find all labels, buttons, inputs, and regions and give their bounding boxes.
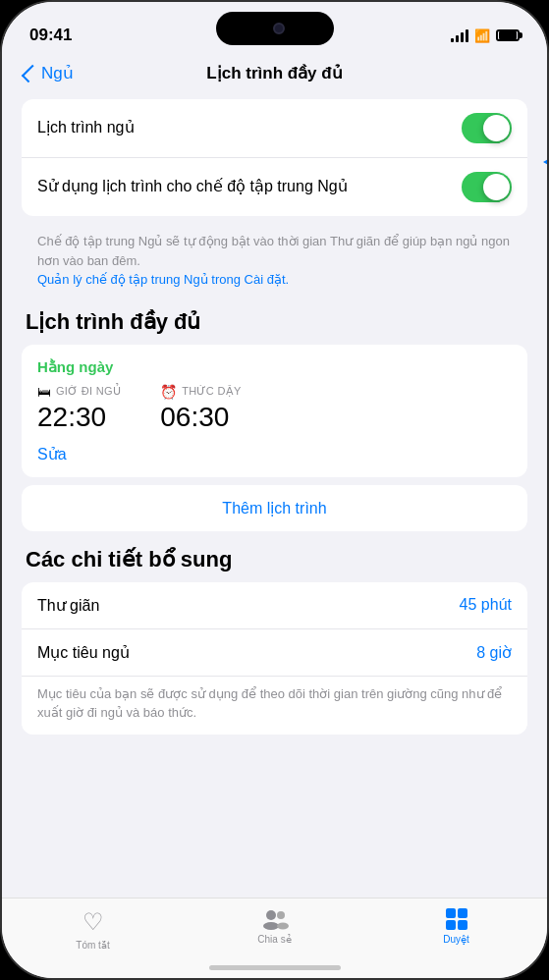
notch-camera [273,23,285,34]
battery-icon [496,29,520,41]
manage-focus-link[interactable]: Quản lý chế độ tập trung Ngủ trong Cài đ… [37,272,289,287]
schedule-times: 🛏 GIỜ ĐI NGỦ 22:30 ⏰ THỨC DẬY 06:30 [37,384,512,433]
additional-section: Thư giãn 45 phút Mục tiêu ngủ 8 giờ Mục … [22,582,527,735]
description-text: Chế độ tập trung Ngủ sẽ tự động bật vào … [22,224,527,294]
focus-mode-toggle[interactable] [462,172,512,202]
sleep-goal-row[interactable]: Mục tiêu ngủ 8 giờ [22,629,527,677]
wakeup-block: ⏰ THỨC DẬY 06:30 [160,384,241,433]
details-card: Thư giãn 45 phút Mục tiêu ngủ 8 giờ Mục … [22,582,527,735]
people-icon [261,908,289,930]
back-button[interactable]: Ngủ [22,63,74,83]
tab-browse[interactable]: Duyệt [365,908,547,945]
schedule-card: Hằng ngày 🛏 GIỜ ĐI NGỦ 22:30 ⏰ THỨC DẬY … [22,345,527,477]
tab-browse-label: Duyệt [443,934,469,945]
phone-frame: 09:41 📶 Ngủ Lịch trình đầy đủ [0,0,549,980]
wakeup-label: THỨC DẬY [182,385,241,398]
status-time: 09:41 [29,26,72,45]
wifi-icon: 📶 [474,28,490,43]
sleep-schedule-toggle[interactable] [462,113,512,143]
content-area: Lịch trình ngủ Sử dụng lịch trình cho ch… [2,87,547,885]
tab-summary[interactable]: ♡ Tóm tắt [2,908,184,951]
arrow-head-icon [543,154,549,170]
tab-sharing[interactable]: Chia sẻ [184,908,365,945]
back-label: Ngủ [41,63,74,83]
svg-point-2 [277,911,285,919]
tab-sharing-label: Chia sẻ [257,934,291,945]
nav-title: Lịch trình đầy đủ [206,63,342,83]
tab-summary-label: Tóm tắt [76,940,109,951]
signal-icon [451,28,468,42]
grid-icon [446,908,467,930]
arrow-indicator [543,154,549,170]
focus-mode-row: Sử dụng lịch trình cho chế độ tập trung … [22,158,527,216]
edit-link[interactable]: Sửa [37,445,512,463]
wind-down-value: 45 phút [460,596,512,614]
heart-icon: ♡ [82,908,104,936]
sleep-goal-value: 8 giờ [476,643,512,662]
add-schedule-button[interactable]: Thêm lịch trình [22,485,527,531]
toggles-card: Lịch trình ngủ Sử dụng lịch trình cho ch… [22,99,527,216]
status-bar: 09:41 📶 [2,2,547,55]
svg-point-3 [277,923,289,930]
bedtime-value: 22:30 [37,402,121,433]
sleep-goal-desc: Mục tiêu của bạn sẽ được sử dụng để theo… [22,677,527,735]
chevron-left-icon [22,64,39,82]
bed-icon: 🛏 [37,384,51,400]
sleep-goal-label: Mục tiêu ngủ [37,643,130,662]
sleep-schedule-label: Lịch trình ngủ [37,118,462,138]
additional-title: Các chi tiết bổ sung [26,547,527,572]
wind-down-label: Thư giãn [37,596,99,615]
wind-down-row[interactable]: Thư giãn 45 phút [22,582,527,629]
nav-bar: Ngủ Lịch trình đầy đủ [2,55,547,87]
alarm-icon: ⏰ [160,384,177,400]
full-schedule-title: Lịch trình đầy đủ [26,309,527,335]
svg-point-0 [266,910,276,920]
wakeup-value: 06:30 [160,402,241,433]
schedule-day: Hằng ngày [37,358,512,376]
focus-mode-label: Sử dụng lịch trình cho chế độ tập trung … [37,177,462,197]
sleep-schedule-row: Lịch trình ngủ [22,99,527,158]
svg-point-1 [263,922,279,930]
notch [216,12,334,45]
status-icons: 📶 [451,28,520,43]
bedtime-block: 🛏 GIỜ ĐI NGỦ 22:30 [37,384,121,433]
bedtime-label: GIỜ ĐI NGỦ [56,385,121,398]
add-schedule-label: Thêm lịch trình [222,499,326,517]
home-indicator [209,965,341,970]
